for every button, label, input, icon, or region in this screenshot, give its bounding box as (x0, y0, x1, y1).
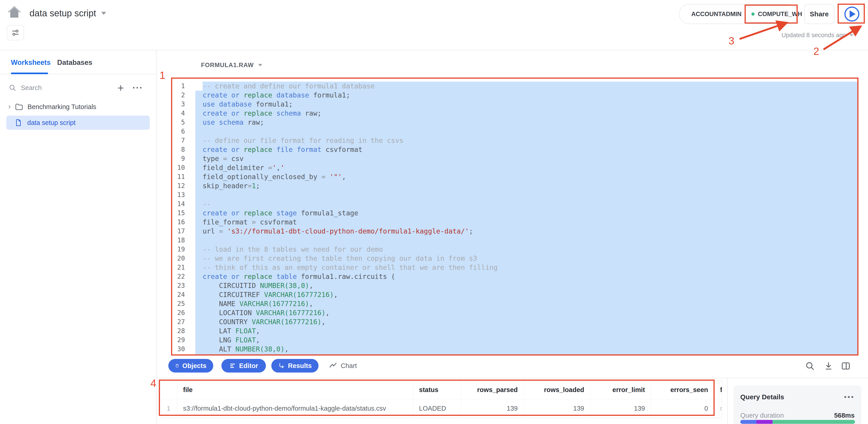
table-cell[interactable]: 139 (590, 399, 651, 418)
code-text: create or replace stage formula1_stage (195, 208, 859, 218)
search-results-icon[interactable] (805, 361, 815, 371)
sidebar-tabs: Worksheets Databases (0, 50, 156, 74)
more-options-button[interactable]: ··· (132, 83, 143, 93)
code-text: field_delimiter =',' (195, 163, 859, 172)
code-line[interactable]: 25 NAME VARCHAR(16777216), (157, 299, 868, 308)
code-line[interactable]: 4create or replace schema raw; (157, 109, 868, 118)
worksheet-icon (14, 119, 22, 127)
code-line[interactable]: 27 COUNTRY VARCHAR(16777216), (157, 318, 868, 326)
code-line[interactable]: 2create or replace database formula1; (157, 91, 868, 100)
duration-bar-segment (773, 420, 855, 424)
column-header[interactable]: rows_parsed (461, 381, 524, 399)
split-view-icon[interactable] (841, 361, 851, 371)
column-header[interactable]: status (413, 381, 461, 399)
warehouse-label: COMPUTE_WH (758, 11, 802, 18)
code-text (195, 236, 859, 245)
code-line[interactable]: 7-- define our file format for reading i… (157, 136, 868, 145)
code-text: -- we are first creating the table then … (195, 254, 859, 263)
code-line[interactable]: 24 CIRCUITREF VARCHAR(16777216), (157, 290, 868, 299)
row-index-header (160, 381, 177, 399)
line-number: 16 (157, 218, 195, 227)
query-details-title: Query Details (740, 393, 784, 401)
role-label: ACCOUNTADMIN (691, 11, 741, 18)
worksheet-title-dropdown[interactable]: data setup script (30, 8, 106, 19)
table-cell[interactable]: s3://formula1-dbt-cloud-python-demo/form… (177, 399, 413, 418)
code-line[interactable]: 30 ALT NUMBER(38,0), (157, 345, 868, 354)
table-cell[interactable]: LOADED (413, 399, 461, 418)
code-text: file_format = csvformat (195, 218, 859, 227)
objects-label: Objects (182, 362, 207, 369)
tab-databases[interactable]: Databases (57, 59, 92, 67)
code-text: use schema raw; (195, 118, 859, 127)
code-line[interactable]: 29 LNG FLOAT, (157, 335, 868, 345)
code-line[interactable]: 20-- we are first creating the table the… (157, 254, 868, 263)
sidebar-item-folder[interactable]: › Benchmarking Tutorials (0, 100, 156, 114)
chevron-down-icon (849, 34, 854, 36)
column-header[interactable]: rows_loaded (524, 381, 590, 399)
column-header[interactable]: error_limit (590, 381, 651, 399)
line-number: 30 (157, 345, 195, 354)
warehouse-selector[interactable]: COMPUTE_WH (751, 11, 802, 18)
code-line[interactable]: 22create or replace table formula1.raw.c… (157, 272, 868, 281)
share-button[interactable]: Share (804, 4, 834, 24)
code-text: ALT NUMBER(38,0), (195, 345, 859, 354)
code-text: type = csv (195, 154, 859, 163)
code-line[interactable]: 11field_optionally_enclosed_by = '"', (157, 172, 868, 182)
code-line[interactable]: 15create or replace stage formula1_stage (157, 208, 868, 218)
code-line[interactable]: 16file_format = csvformat (157, 218, 868, 227)
line-number: 6 (157, 127, 195, 136)
sidebar-item-worksheet-selected[interactable]: data setup script (6, 116, 150, 130)
database-schema-selector[interactable]: FORMULA1.RAW (201, 62, 262, 69)
code-line[interactable]: 10field_delimiter =',' (157, 163, 868, 172)
code-line[interactable]: 28 LAT FLOAT, (157, 326, 868, 335)
editor-icon (229, 362, 236, 369)
code-line[interactable]: 1-- create and define our formula1 datab… (157, 81, 868, 91)
editor-button[interactable]: Editor (221, 359, 266, 372)
table-cell[interactable]: 139 (524, 399, 590, 418)
code-line[interactable]: 12skip_header=1; (157, 182, 868, 191)
chart-toggle[interactable]: Chart (329, 359, 357, 372)
run-button[interactable] (839, 4, 864, 24)
line-number: 8 (157, 145, 195, 154)
code-line[interactable]: 6 (157, 127, 868, 136)
table-cell[interactable]: 139 (461, 399, 524, 418)
add-worksheet-button[interactable]: + (118, 81, 124, 94)
tab-worksheets[interactable]: Worksheets (11, 59, 51, 67)
line-number: 26 (157, 308, 195, 318)
line-number: 2 (157, 91, 195, 100)
results-button[interactable]: Results (271, 359, 318, 372)
line-number: 7 (157, 136, 195, 145)
code-line[interactable]: 26 LOCATION VARCHAR(16777216), (157, 308, 868, 318)
table-cell[interactable]: 0 (651, 399, 714, 418)
objects-button[interactable]: Objects (168, 359, 213, 372)
line-number: 9 (157, 154, 195, 163)
objects-icon (175, 362, 179, 369)
divider (157, 378, 868, 378)
code-line[interactable]: 21-- think of this as an empty container… (157, 263, 868, 272)
filters-button[interactable] (7, 25, 24, 40)
code-line[interactable]: 23 CIRCUITID NUMBER(38,0), (157, 281, 868, 290)
code-text: LOCATION VARCHAR(16777216), (195, 308, 859, 318)
context-selector[interactable]: ACCOUNTADMIN COMPUTE_WH (679, 4, 799, 24)
code-line[interactable]: 5use schema raw; (157, 118, 868, 127)
code-line[interactable]: 3use database formula1; (157, 100, 868, 109)
code-line[interactable]: 14-- (157, 199, 868, 208)
code-line[interactable]: URL VARCHAR(16777216), (157, 354, 868, 355)
updated-status-dropdown[interactable]: Updated 8 seconds ago (781, 32, 854, 39)
code-text (195, 127, 859, 136)
search-input[interactable] (21, 84, 96, 92)
sql-editor[interactable]: 1-- create and define our formula1 datab… (157, 81, 868, 355)
code-text: -- define our file format for reading in… (195, 136, 859, 145)
code-line[interactable]: 19-- load in the 8 tables we need for ou… (157, 245, 868, 254)
column-header[interactable]: errors_seen (651, 381, 714, 399)
column-header[interactable]: file (177, 381, 413, 399)
home-icon[interactable] (7, 4, 22, 20)
code-line[interactable]: 8create or replace file format csvformat (157, 145, 868, 154)
download-icon[interactable] (824, 361, 834, 371)
code-line[interactable]: 18 (157, 236, 868, 245)
code-line[interactable]: 17url = 's3://formula1-dbt-cloud-python-… (157, 227, 868, 236)
duration-bar-segment (740, 420, 756, 424)
code-line[interactable]: 13 (157, 191, 868, 199)
query-details-menu-button[interactable]: ••• (844, 396, 855, 398)
code-line[interactable]: 9type = csv (157, 154, 868, 163)
